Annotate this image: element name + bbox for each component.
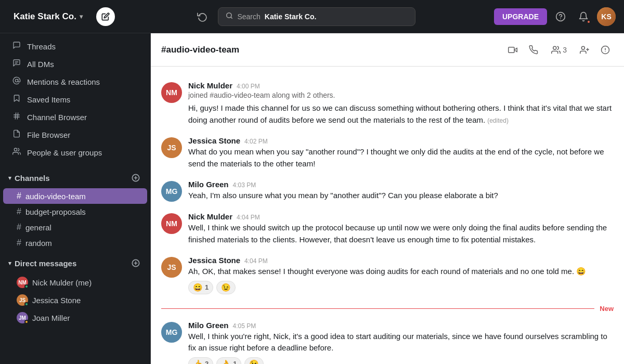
channel-name-label: budget-proposals bbox=[25, 207, 86, 216]
reaction-count: 1 bbox=[205, 283, 209, 291]
jess-message-avatar: JS bbox=[161, 137, 182, 158]
sidebar-item-threads[interactable]: Threads bbox=[3, 37, 147, 55]
reaction-item[interactable]: 👌 1 bbox=[216, 357, 241, 365]
upgrade-button[interactable]: UPGRADE bbox=[494, 8, 547, 25]
sidebar-item-people[interactable]: People & user groups bbox=[3, 144, 147, 161]
milo-message-avatar: MG bbox=[161, 322, 182, 343]
sidebar-item-saved[interactable]: Saved Items bbox=[3, 90, 147, 108]
sidebar-item-mentions[interactable]: Mentions & reactions bbox=[3, 73, 147, 90]
message-header: Jessica Stone 4:04 PM bbox=[188, 256, 614, 265]
message-text: Well, I think we should switch up the pr… bbox=[188, 222, 614, 245]
add-channel-button[interactable] bbox=[129, 172, 142, 184]
sidebar-item-all-dms[interactable]: All DMs bbox=[3, 55, 147, 73]
message-timestamp: 4:05 PM bbox=[233, 322, 256, 330]
members-button[interactable]: 3 bbox=[546, 43, 572, 57]
reaction-item[interactable]: 😉 bbox=[216, 281, 236, 294]
people-icon bbox=[11, 147, 22, 158]
nick-mulder-status-dot bbox=[24, 284, 29, 289]
video-call-button[interactable] bbox=[504, 42, 521, 58]
saved-label: Saved Items bbox=[27, 95, 70, 104]
chat-header-actions: 3 bbox=[504, 42, 614, 58]
people-label: People & user groups bbox=[27, 148, 102, 157]
dm-item-nick-mulder[interactable]: NM Nick Mulder (me) bbox=[3, 274, 147, 291]
dm-item-jessica-stone[interactable]: JS Jessica Stone bbox=[3, 291, 147, 309]
new-messages-divider: New bbox=[151, 301, 624, 317]
channel-info-button[interactable] bbox=[597, 42, 614, 58]
reaction-item[interactable]: 😉 bbox=[244, 357, 264, 365]
dm-chevron-icon: ▾ bbox=[8, 260, 11, 267]
message-text: What do you mean when you say "another r… bbox=[188, 146, 614, 170]
reaction-count: 1 bbox=[233, 360, 237, 364]
channel-item-budget-proposals[interactable]: # budget-proposals bbox=[3, 204, 147, 219]
message-sender-name[interactable]: Milo Green bbox=[188, 180, 229, 189]
channel-hash-icon: # bbox=[17, 223, 21, 232]
notification-dot bbox=[587, 20, 591, 24]
reaction-emoji: 😄 bbox=[193, 283, 203, 292]
topbar: Katie Stark Co. ▾ Search Katie Stark Co.… bbox=[0, 0, 624, 33]
help-button[interactable] bbox=[551, 7, 570, 26]
user-avatar-topbar[interactable]: KS bbox=[597, 7, 616, 26]
channel-item-random[interactable]: # random bbox=[3, 235, 147, 251]
sidebar-item-file-browser[interactable]: File Browser bbox=[3, 126, 147, 144]
reactions: 😄 1 😉 bbox=[188, 281, 614, 294]
message-sender-name[interactable]: Jessica Stone bbox=[188, 136, 240, 145]
sidebar-item-channel-browser[interactable]: Channel Browser bbox=[3, 108, 147, 126]
channels-section-label: Channels bbox=[15, 174, 50, 183]
compose-button[interactable] bbox=[96, 7, 115, 26]
message-sender-name[interactable]: Jessica Stone bbox=[188, 256, 240, 265]
message-group: MG Milo Green 4:03 PM Yeah, I'm also uns… bbox=[151, 176, 624, 206]
message-content: Jessica Stone 4:02 PM What do you mean w… bbox=[188, 136, 614, 170]
channel-hash-icon: # bbox=[17, 238, 21, 248]
channel-item-audio-video-team[interactable]: # audio-video-team bbox=[3, 188, 147, 204]
message-group: MG Milo Green 4:05 PM Well, I think you'… bbox=[151, 317, 624, 365]
svg-line-8 bbox=[17, 113, 18, 119]
notifications-button[interactable] bbox=[574, 7, 593, 26]
reaction-item[interactable]: 👍 2 bbox=[188, 357, 213, 365]
messages-list: NM Nick Mulder 4:00 PM joined #audio-vid… bbox=[151, 67, 624, 364]
message-header: Nick Mulder 4:00 PM bbox=[188, 81, 614, 90]
sidebar: Threads All DMs Mentions & reactions Sav… bbox=[0, 33, 151, 364]
message-header: Jessica Stone 4:02 PM bbox=[188, 136, 614, 145]
message-sender-name[interactable]: Milo Green bbox=[188, 321, 229, 330]
nick-message-avatar: NM bbox=[161, 213, 182, 234]
mentions-label: Mentions & reactions bbox=[27, 77, 100, 86]
channels-chevron-icon: ▾ bbox=[8, 175, 11, 181]
call-button[interactable] bbox=[525, 42, 542, 58]
threads-icon bbox=[11, 41, 22, 51]
message-group: NM Nick Mulder 4:04 PM Well, I think we … bbox=[151, 208, 624, 250]
channel-item-general[interactable]: # general bbox=[3, 219, 147, 235]
chat-header: #audio-video-team bbox=[151, 33, 624, 67]
reaction-item[interactable]: 😄 1 bbox=[188, 281, 213, 294]
svg-point-18 bbox=[553, 46, 556, 49]
search-workspace-label: Katie Stark Co. bbox=[265, 12, 317, 21]
message-timestamp: 4:00 PM bbox=[237, 83, 260, 90]
add-member-button[interactable] bbox=[576, 42, 593, 58]
channel-hash-icon: # bbox=[17, 191, 21, 201]
message-content: Milo Green 4:05 PM Well, I think you're … bbox=[188, 321, 614, 365]
reaction-emoji: 😉 bbox=[221, 283, 231, 292]
history-button[interactable] bbox=[193, 7, 212, 26]
file-browser-icon bbox=[11, 129, 22, 140]
svg-line-7 bbox=[15, 113, 16, 119]
message-sender-name[interactable]: Nick Mulder bbox=[188, 81, 232, 90]
message-sender-name[interactable]: Nick Mulder bbox=[188, 212, 232, 221]
channels-section-header[interactable]: ▾ Channels bbox=[0, 167, 150, 188]
svg-marker-16 bbox=[514, 48, 517, 52]
workspace-name-button[interactable]: Katie Stark Co. ▾ bbox=[8, 8, 88, 25]
reaction-count: 2 bbox=[205, 360, 209, 364]
channel-hash-icon: # bbox=[17, 207, 21, 216]
svg-rect-17 bbox=[509, 47, 514, 53]
reaction-emoji: 👌 bbox=[221, 359, 231, 365]
message-group: JS Jessica Stone 4:04 PM Ah, OK, that ma… bbox=[151, 252, 624, 298]
main-layout: Threads All DMs Mentions & reactions Sav… bbox=[0, 33, 624, 364]
message-timestamp: 4:04 PM bbox=[237, 214, 260, 221]
add-dm-button[interactable] bbox=[129, 257, 142, 269]
dm-section-header[interactable]: ▾ Direct messages bbox=[0, 253, 150, 274]
milo-message-avatar: MG bbox=[161, 181, 182, 202]
search-icon bbox=[226, 12, 233, 21]
jessica-stone-status-dot bbox=[24, 302, 29, 306]
search-bar[interactable]: Search Katie Stark Co. bbox=[218, 7, 415, 26]
channel-name-label: general bbox=[25, 223, 51, 232]
jess-message-avatar: JS bbox=[161, 257, 182, 278]
dm-item-joan-miller[interactable]: JM Joan Miller bbox=[3, 309, 147, 327]
